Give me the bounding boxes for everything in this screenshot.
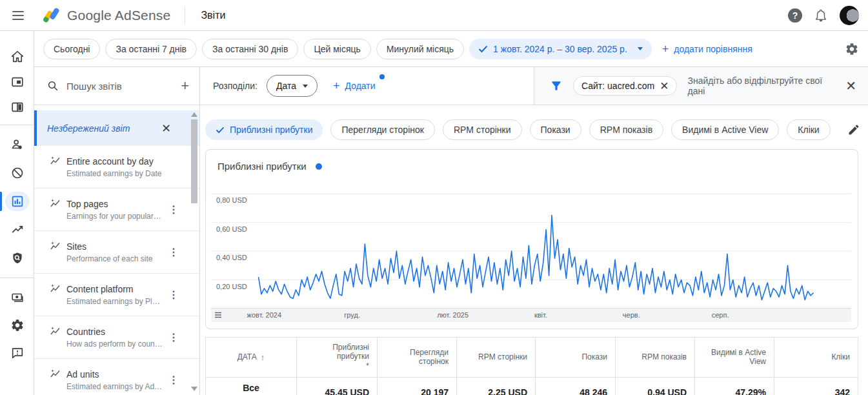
chart-title: Приблизні прибутки xyxy=(217,161,307,172)
report-list-item[interactable]: Content platform Estimated earnings by P… xyxy=(34,274,199,316)
rail-item-home[interactable] xyxy=(0,44,34,69)
preset-last-month[interactable]: Минулий місяць xyxy=(376,39,464,59)
rail-item-sites[interactable] xyxy=(0,94,34,119)
report-title: Entire account by day xyxy=(66,156,154,167)
report-list-item[interactable]: Countries How ads perform by country ⋮ xyxy=(34,316,199,359)
panel-scrollbar[interactable] xyxy=(190,110,198,395)
metric-chip-label: Перегляди сторінок xyxy=(341,125,423,135)
report-list-item[interactable]: Entire account by day Estimated earnings… xyxy=(34,146,199,188)
dimension-dropdown[interactable]: Дата xyxy=(267,75,318,97)
reports-search-input[interactable] xyxy=(66,81,173,92)
column-header-impression-rpm[interactable]: RPM показів xyxy=(615,338,694,377)
earnings-line-chart[interactable]: 0,80 USD0,60 USD0,40 USD0,20 USD xyxy=(211,179,851,309)
remove-filter-icon[interactable]: ✕ xyxy=(660,81,669,92)
date-range-chip[interactable]: 1 жовт. 2024 р. – 30 вер. 2025 р. xyxy=(469,39,652,59)
x-tick-label: черв. xyxy=(623,311,640,319)
metric-chip-page-rpm[interactable]: RPM сторінки xyxy=(443,119,522,140)
edit-metrics-pencil-icon[interactable] xyxy=(847,123,860,136)
sort-ascending-icon: ↑ xyxy=(261,352,265,362)
preset-this-month[interactable]: Цей місяць xyxy=(303,39,370,59)
report-desc: Estimated earnings by Ad unit xyxy=(66,382,163,391)
rail-item-audience[interactable] xyxy=(0,130,34,159)
report-table: ДАТА ↑ Приблизні прибутки * Перегляди ст… xyxy=(205,337,858,395)
breakdown-label: Розподіли: xyxy=(213,81,257,91)
add-breakdown-button[interactable]: + Додати xyxy=(333,80,376,92)
table-row-totals[interactable]: Все 45,45 USD 20 197 2,25 USD 48 246 0,9… xyxy=(206,378,858,395)
report-list-item[interactable]: Top pages Earnings for your popular pa… … xyxy=(34,188,199,231)
filter-search-input[interactable]: Знайдіть або відфільтруйте свої дані xyxy=(687,76,835,96)
report-sparkline-icon xyxy=(50,198,61,210)
product-name: Google AdSense xyxy=(67,8,170,23)
column-header-page-rpm[interactable]: RPM сторінки xyxy=(456,338,535,377)
rail-divider xyxy=(0,278,34,278)
axis-menu-icon[interactable] xyxy=(214,310,223,319)
cell-page-views: 20 197 xyxy=(377,378,456,395)
column-header-impressions[interactable]: Покази xyxy=(535,338,615,377)
report-list-item[interactable]: Sites Performance of each site ⋮ xyxy=(34,231,199,274)
chart-card: Приблизні прибутки 0,80 USD0,60 USD0,40 … xyxy=(205,149,858,329)
column-label: ДАТА xyxy=(237,352,257,361)
x-tick-label: квіт. xyxy=(534,311,547,319)
preset-last-7-days[interactable]: За останні 7 днів xyxy=(105,39,197,59)
preset-last-30-days[interactable]: За останні 30 днів xyxy=(202,39,298,59)
legend-dot xyxy=(316,163,322,170)
metric-chip-impression-rpm[interactable]: RPM показів xyxy=(589,119,663,140)
add-comparison-button[interactable]: + додати порівняння xyxy=(662,43,752,55)
hamburger-menu-icon[interactable] xyxy=(3,0,34,31)
report-menu-kebab-icon[interactable]: ⋮ xyxy=(168,331,177,343)
column-header-active-view[interactable]: Видимі в Active View xyxy=(694,338,774,377)
scroll-down-arrow[interactable] xyxy=(191,387,197,391)
report-menu-kebab-icon[interactable]: ⋮ xyxy=(168,203,177,216)
reports-bar-chart-icon xyxy=(10,194,25,208)
y-tick-label: 0,60 USD xyxy=(216,225,247,233)
metric-chip-clicks[interactable]: Кліки xyxy=(787,119,830,140)
adsense-logo[interactable]: Google AdSense xyxy=(41,6,170,25)
help-icon[interactable]: ? xyxy=(788,8,802,23)
add-breakdown-label: Додати xyxy=(345,81,376,91)
check-icon xyxy=(216,127,225,134)
column-header-clicks[interactable]: Кліки xyxy=(774,338,858,377)
close-unsaved-report-icon[interactable]: ✕ xyxy=(161,123,171,134)
rail-item-payments[interactable] xyxy=(0,283,34,311)
metric-chip-impressions[interactable]: Покази xyxy=(530,119,581,140)
rail-item-optimization[interactable] xyxy=(0,216,34,244)
plus-icon: + xyxy=(333,80,340,92)
site-filter-label: Сайт: uacred.com xyxy=(581,81,654,91)
metric-chip-estimated-earnings[interactable]: Приблизні прибутки xyxy=(205,119,323,140)
trending-up-icon xyxy=(10,223,25,237)
scroll-up-arrow[interactable] xyxy=(191,112,197,117)
report-menu-kebab-icon[interactable]: ⋮ xyxy=(168,289,177,301)
rail-item-settings[interactable] xyxy=(0,311,34,339)
report-menu-kebab-icon[interactable]: ⋮ xyxy=(168,246,177,258)
metric-chip-page-views[interactable]: Перегляди сторінок xyxy=(330,119,434,140)
column-header-estimated-earnings[interactable]: Приблизні прибутки * xyxy=(296,338,377,377)
scrollbar-thumb[interactable] xyxy=(191,119,197,203)
column-label: Кліки xyxy=(831,352,850,361)
filter-funnel-icon[interactable] xyxy=(550,79,563,92)
metric-chip-active-view[interactable]: Видимі в Active View xyxy=(671,119,779,140)
rail-item-blocking[interactable] xyxy=(0,159,34,187)
shield-search-icon xyxy=(10,251,25,265)
rail-item-ads[interactable] xyxy=(0,69,34,94)
unsaved-report-item[interactable]: Незбережений звіт ✕ xyxy=(34,110,199,146)
x-tick-label: жовт. 2024 xyxy=(247,311,281,319)
breakdown-filter-row: Розподіли: Дата + Додати Сайт: uacred.co… xyxy=(200,67,868,105)
column-header-date[interactable]: ДАТА ↑ xyxy=(206,338,296,377)
rail-item-feedback[interactable] xyxy=(0,339,34,367)
site-filter-chip[interactable]: Сайт: uacred.com ✕ xyxy=(573,76,677,96)
notifications-bell-icon[interactable] xyxy=(814,8,828,23)
rail-item-reports[interactable] xyxy=(0,187,34,216)
rail-item-policy-center[interactable] xyxy=(0,244,34,272)
cell-impression-rpm: 0,94 USD xyxy=(615,378,694,395)
column-header-page-views[interactable]: Перегляди сторінок xyxy=(377,338,456,377)
report-sparkline-icon xyxy=(50,241,61,252)
report-menu-kebab-icon[interactable]: ⋮ xyxy=(168,374,177,386)
report-settings-gear-icon[interactable] xyxy=(845,42,859,56)
x-tick-label: лют. 2025 xyxy=(437,311,469,319)
cell-active-view: 47,29% xyxy=(694,378,774,395)
new-report-button[interactable]: + xyxy=(181,77,189,94)
preset-today[interactable]: Сьогодні xyxy=(43,39,100,59)
clear-filters-icon[interactable]: ✕ xyxy=(845,79,856,92)
report-list-item[interactable]: Ad units Estimated earnings by Ad unit ⋮ xyxy=(34,359,199,395)
avatar[interactable] xyxy=(840,6,859,25)
